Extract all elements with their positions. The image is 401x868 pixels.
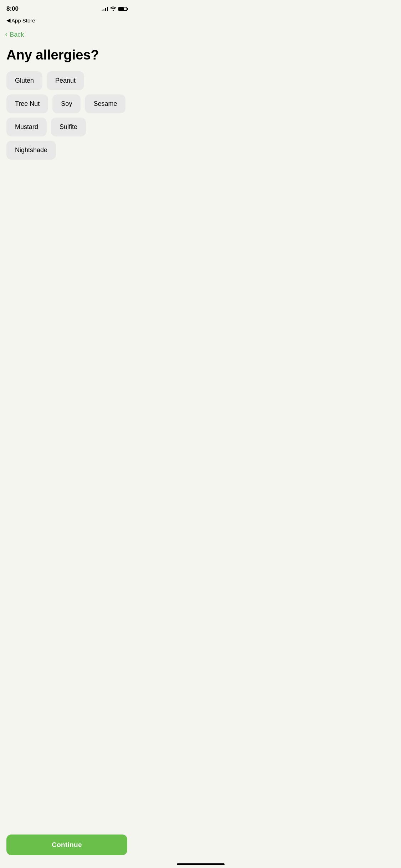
allergy-row-3: Mustard Sulfite	[6, 118, 127, 136]
app-store-nav: ◀ App Store	[0, 16, 134, 27]
status-icons	[102, 6, 127, 12]
app-store-label: App Store	[11, 17, 35, 24]
back-nav: ‹ Back	[0, 27, 134, 45]
allergy-row-1: Gluten Peanut	[6, 71, 127, 90]
allergy-chip-treenut[interactable]: Tree Nut	[6, 94, 48, 113]
allergy-chip-sesame[interactable]: Sesame	[85, 94, 125, 113]
allergy-row-4: Nightshade	[6, 141, 127, 160]
allergy-row-2: Tree Nut Soy Sesame	[6, 94, 127, 113]
wifi-icon	[110, 6, 116, 12]
allergy-chip-nightshade[interactable]: Nightshade	[6, 141, 56, 160]
allergy-chip-gluten[interactable]: Gluten	[6, 71, 42, 90]
status-bar: 8:00	[0, 0, 134, 16]
signal-icon	[102, 7, 108, 11]
chevron-left-icon: ‹	[5, 30, 7, 39]
allergy-chip-mustard[interactable]: Mustard	[6, 118, 47, 136]
back-button[interactable]: ‹ Back	[5, 30, 24, 39]
allergy-chip-sulfite[interactable]: Sulfite	[51, 118, 86, 136]
allergy-grid: Gluten Peanut Tree Nut Soy Sesame Mustar…	[0, 71, 134, 160]
status-time: 8:00	[6, 5, 19, 12]
battery-icon	[118, 7, 127, 11]
page-title: Any allergies?	[0, 45, 134, 71]
allergy-chip-soy[interactable]: Soy	[52, 94, 81, 113]
back-label: Back	[10, 31, 24, 38]
allergy-chip-peanut[interactable]: Peanut	[47, 71, 84, 90]
